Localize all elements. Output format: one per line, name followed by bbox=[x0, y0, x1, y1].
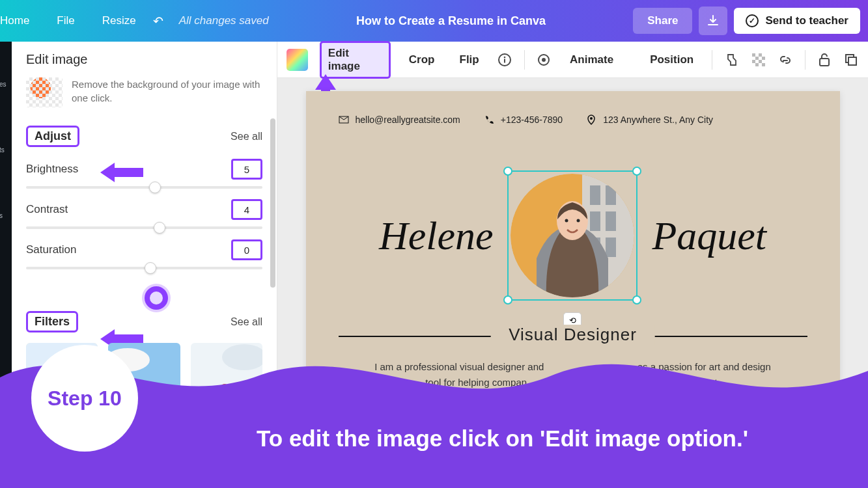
animate-button[interactable]: Animate bbox=[563, 49, 620, 70]
resize-handle[interactable] bbox=[632, 295, 641, 305]
adjust-row: Contrast4 bbox=[12, 189, 277, 220]
adjust-slider[interactable] bbox=[26, 186, 262, 189]
bg-remove-desc: Remove the background of your image with… bbox=[72, 77, 262, 105]
profile-photo[interactable] bbox=[511, 174, 634, 297]
adjust-label: Saturation bbox=[26, 243, 77, 256]
filters-see-all[interactable]: See all bbox=[231, 316, 262, 328]
nav-resize[interactable]: Resize bbox=[102, 14, 136, 27]
nav-file[interactable]: File bbox=[57, 14, 74, 27]
phone-icon bbox=[484, 115, 494, 125]
check-icon: ✓ bbox=[746, 14, 759, 27]
resize-handle[interactable] bbox=[503, 167, 512, 176]
arrow-adjust-icon bbox=[99, 161, 145, 183]
slider-handle[interactable] bbox=[145, 262, 156, 274]
divider bbox=[805, 50, 805, 70]
svg-rect-29 bbox=[606, 185, 616, 205]
color-picker-swatch[interactable] bbox=[287, 49, 308, 71]
flip-button[interactable]: Flip bbox=[453, 49, 486, 70]
crop-button[interactable]: Crop bbox=[402, 49, 441, 70]
svg-point-36 bbox=[577, 219, 580, 223]
adjust-row: Saturation0 bbox=[12, 229, 277, 260]
send-label: Send to teacher bbox=[765, 14, 848, 27]
first-name[interactable]: Helene bbox=[379, 213, 494, 259]
svg-rect-8 bbox=[504, 59, 505, 62]
adjust-see-all[interactable]: See all bbox=[231, 131, 262, 142]
slider-handle[interactable] bbox=[154, 222, 165, 234]
svg-rect-13 bbox=[759, 53, 762, 57]
panel-title: Edit image bbox=[12, 42, 277, 75]
link-icon[interactable] bbox=[778, 52, 793, 68]
svg-rect-14 bbox=[755, 57, 759, 60]
save-status: All changes saved bbox=[179, 14, 269, 27]
animate-icon bbox=[537, 52, 552, 68]
svg-rect-15 bbox=[762, 57, 765, 60]
lock-icon[interactable] bbox=[817, 52, 832, 68]
adjust-value[interactable]: 4 bbox=[231, 199, 262, 220]
tutorial-text: To edit the image click on 'Edit image o… bbox=[163, 426, 842, 452]
svg-point-35 bbox=[565, 219, 568, 223]
phone-text: +123-456-7890 bbox=[501, 115, 563, 125]
svg-rect-22 bbox=[848, 57, 856, 65]
resize-handle[interactable] bbox=[503, 295, 512, 305]
doc-title[interactable]: How to Create a Resume in Canva bbox=[269, 14, 633, 28]
top-bar: Home File Resize ↶ All changes saved How… bbox=[0, 0, 868, 42]
hero-row: Helene bbox=[339, 170, 807, 301]
filters-heading: Filters bbox=[26, 311, 78, 332]
adjust-label: Contrast bbox=[26, 203, 68, 216]
adjust-value[interactable]: 0 bbox=[231, 239, 262, 260]
transparency-icon[interactable] bbox=[751, 52, 766, 68]
email-text: hello@reallygreatsite.com bbox=[356, 115, 460, 125]
svg-rect-30 bbox=[590, 211, 600, 231]
adjust-slider[interactable] bbox=[26, 267, 262, 269]
divider bbox=[524, 50, 525, 70]
svg-point-7 bbox=[504, 56, 506, 58]
contact-phone: +123-456-7890 bbox=[484, 115, 563, 125]
svg-rect-19 bbox=[762, 63, 765, 66]
address-text: 123 Anywhere St., Any City bbox=[603, 115, 713, 125]
location-icon bbox=[586, 115, 596, 125]
nav-home[interactable]: Home bbox=[0, 14, 29, 27]
last-name[interactable]: Paquet bbox=[652, 213, 766, 259]
contact-email: hello@reallygreatsite.com bbox=[339, 115, 460, 125]
slider-handle[interactable] bbox=[149, 182, 161, 193]
highlight-ring-icon bbox=[145, 286, 168, 310]
send-to-teacher-button[interactable]: ✓ Send to teacher bbox=[734, 8, 860, 34]
svg-point-24 bbox=[590, 117, 593, 120]
svg-point-10 bbox=[542, 58, 546, 62]
divider bbox=[712, 50, 712, 70]
download-button[interactable] bbox=[699, 7, 727, 35]
undo-icon[interactable]: ↶ bbox=[153, 14, 163, 29]
download-icon bbox=[707, 14, 720, 27]
duplicate-icon[interactable] bbox=[844, 52, 859, 68]
bg-remove-card[interactable]: Remove the background of your image with… bbox=[12, 75, 277, 116]
svg-rect-12 bbox=[752, 53, 755, 57]
svg-rect-18 bbox=[755, 63, 759, 66]
bg-remove-thumb bbox=[26, 77, 63, 107]
svg-rect-17 bbox=[759, 60, 762, 63]
svg-rect-28 bbox=[590, 185, 600, 205]
share-button[interactable]: Share bbox=[633, 8, 692, 34]
photo-selection[interactable]: ⟲ bbox=[507, 170, 637, 301]
mail-icon bbox=[339, 115, 349, 125]
resize-handle[interactable] bbox=[632, 167, 641, 176]
adjust-label: Brightness bbox=[26, 163, 78, 176]
copy-style-icon[interactable] bbox=[724, 52, 739, 68]
adjust-slider[interactable] bbox=[26, 226, 262, 229]
position-button[interactable]: Position bbox=[643, 49, 700, 70]
svg-rect-16 bbox=[752, 60, 755, 63]
contact-address: 123 Anywhere St., Any City bbox=[586, 115, 713, 125]
info-icon[interactable] bbox=[497, 52, 512, 68]
adjust-heading: Adjust bbox=[26, 126, 79, 147]
svg-rect-33 bbox=[606, 237, 616, 257]
contact-row: hello@reallygreatsite.com +123-456-7890 … bbox=[339, 115, 807, 125]
svg-rect-20 bbox=[820, 59, 829, 66]
svg-rect-31 bbox=[606, 211, 616, 231]
panel-scrollbar[interactable] bbox=[270, 118, 275, 288]
canvas-toolbar: Edit image Crop Flip Animate Position bbox=[277, 42, 868, 78]
adjust-value[interactable]: 5 bbox=[231, 159, 262, 180]
step-badge: Step 10 bbox=[31, 345, 138, 452]
